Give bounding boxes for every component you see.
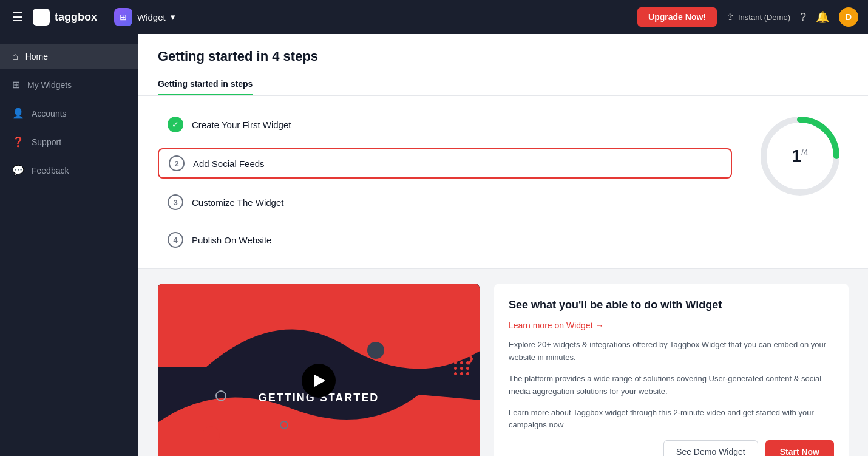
support-icon: ❓ [12, 136, 24, 148]
step-item-1[interactable]: ✓ Create Your First Widget [158, 111, 732, 138]
widget-selector[interactable]: ⊞ Widget ▾ [114, 8, 175, 26]
logo: 🏷 taggbox [33, 9, 97, 26]
info-desc-2: The platform provides a wide range of so… [509, 373, 834, 398]
steps-list: ✓ Create Your First Widget 2 Add Social … [158, 111, 732, 254]
logo-icon: 🏷 [33, 9, 50, 26]
page-title: Getting started in 4 steps [158, 49, 849, 64]
sidebar-item-my-widgets[interactable]: ⊞ My Widgets [0, 72, 138, 98]
avatar[interactable]: D [839, 7, 858, 27]
sidebar-item-support[interactable]: ❓ Support [0, 129, 138, 155]
sidebar-item-feedback[interactable]: 💬 Feedback [0, 157, 138, 183]
step-3-number: 3 [168, 194, 183, 210]
instant-demo[interactable]: ⏱ Instant (Demo) [727, 13, 790, 22]
learn-more-link[interactable]: Learn more on Widget → [509, 321, 834, 330]
step-check-icon: ✓ [168, 117, 183, 132]
info-panel: See what you'll be able to do with Widge… [494, 284, 849, 456]
video-background: ❯ GETTING STARTED [158, 284, 480, 456]
see-demo-button[interactable]: See Demo Widget [663, 440, 758, 456]
tab-getting-started[interactable]: Getting started in steps [158, 74, 253, 95]
step-item-3[interactable]: 3 Customize The Widget [158, 188, 732, 216]
steps-section: ✓ Create Your First Widget 2 Add Social … [138, 96, 868, 269]
accounts-icon: 👤 [12, 107, 24, 119]
info-title: See what you'll be able to do with Widge… [509, 298, 834, 312]
step-4-number: 4 [168, 232, 183, 248]
step-3-label: Customize The Widget [192, 197, 283, 208]
home-icon: ⌂ [12, 51, 18, 62]
start-now-button[interactable]: Start Now [765, 440, 834, 456]
chevron-icon: ❯ [466, 352, 475, 365]
dark-circle [367, 342, 384, 359]
clock-icon: ⏱ [727, 13, 734, 22]
step-item-4[interactable]: 4 Publish On Website [158, 226, 732, 254]
main-layout: ⌂ Home ⊞ My Widgets 👤 Accounts ❓ Support… [0, 34, 868, 456]
info-desc-3: Learn more about Taggbox widget through … [509, 407, 834, 432]
bottom-section: ❯ GETTING STARTED See what you'll be abl… [138, 269, 868, 456]
progress-circle-container: 1/4 [751, 111, 849, 202]
topnav: ☰ 🏷 taggbox ⊞ Widget ▾ Upgrade Now! ⏱ In… [0, 0, 868, 34]
sidebar-item-accounts[interactable]: 👤 Accounts [0, 100, 138, 126]
upgrade-button[interactable]: Upgrade Now! [637, 7, 717, 27]
step-item-2[interactable]: 2 Add Social Feeds [158, 148, 732, 179]
info-desc-1: Explore 20+ widgets & integrations offer… [509, 339, 834, 364]
sidebar-item-home[interactable]: ⌂ Home [0, 44, 138, 69]
sidebar: ⌂ Home ⊞ My Widgets 👤 Accounts ❓ Support… [0, 34, 138, 456]
step-1-label: Create Your First Widget [192, 120, 291, 130]
notification-button[interactable]: 🔔 [816, 10, 829, 24]
progress-circle: 1/4 [754, 111, 846, 202]
video-thumbnail[interactable]: ❯ GETTING STARTED [158, 284, 480, 456]
hamburger-button[interactable]: ☰ [10, 7, 25, 27]
help-button[interactable]: ? [800, 11, 806, 24]
feedback-icon: 💬 [12, 165, 24, 176]
tab-bar: Getting started in steps [158, 74, 849, 95]
widget-icon: ⊞ [114, 8, 132, 26]
step-4-label: Publish On Website [192, 235, 271, 245]
topnav-right: Upgrade Now! ⏱ Instant (Demo) ? 🔔 D [637, 7, 858, 27]
play-button[interactable] [302, 364, 336, 398]
red-circle [203, 426, 220, 443]
step-2-number: 2 [169, 155, 185, 171]
getting-started-header: Getting started in 4 steps Getting start… [138, 34, 868, 96]
progress-text: 1/4 [792, 146, 808, 166]
widgets-icon: ⊞ [12, 79, 20, 90]
info-actions: See Demo Widget Start Now [509, 440, 834, 456]
step-2-label: Add Social Feeds [193, 158, 265, 169]
content-area: Getting started in 4 steps Getting start… [138, 34, 868, 456]
